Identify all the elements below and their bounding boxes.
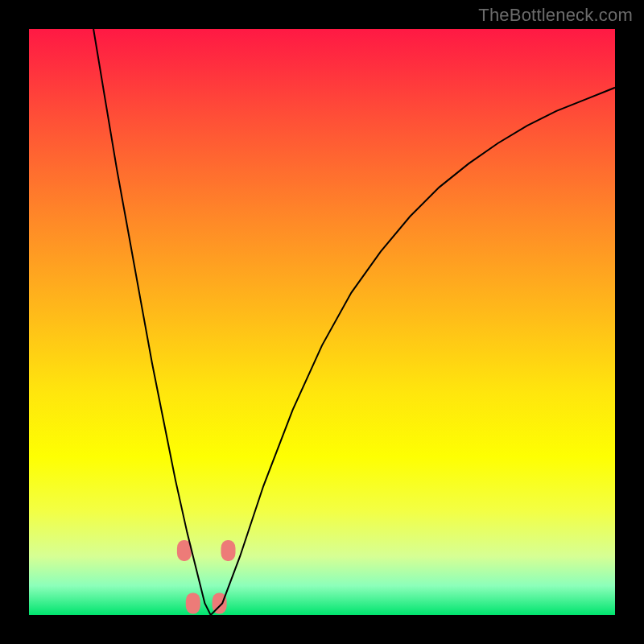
curve-markers bbox=[177, 540, 236, 614]
watermark-text: TheBottleneck.com bbox=[478, 5, 633, 26]
bottleneck-curve bbox=[93, 29, 615, 615]
curve-layer bbox=[29, 29, 615, 615]
curve-marker bbox=[221, 540, 236, 561]
curve-marker bbox=[186, 592, 200, 613]
plot-area bbox=[29, 29, 615, 615]
chart-frame: TheBottleneck.com bbox=[0, 0, 644, 644]
